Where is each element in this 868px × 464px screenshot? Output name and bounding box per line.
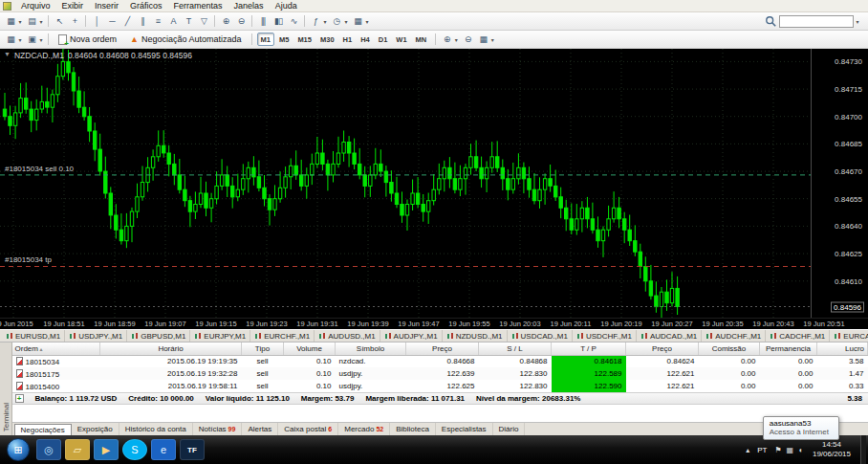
new-chart-dropdown[interactable]: ▾ xyxy=(16,33,24,47)
terminal-tab-biblioteca[interactable]: Biblioteca xyxy=(390,423,436,435)
internet-explorer-icon[interactable]: e xyxy=(151,439,176,460)
col-ordem[interactable]: Ordem ▴ xyxy=(12,342,100,355)
timeframe-h4[interactable]: H4 xyxy=(357,33,374,46)
zoom-in-dropdown[interactable]: ▾ xyxy=(452,33,460,47)
menu-ferramentas[interactable]: Ferramentas xyxy=(168,0,228,12)
indicators-dropdown[interactable]: ▾ xyxy=(321,14,329,29)
language-indicator[interactable]: PT xyxy=(755,446,769,454)
terminal-side-strip[interactable]: Terminal xyxy=(0,342,12,435)
new-order-button[interactable]: Nova ordem xyxy=(52,32,123,47)
zoom-out-icon[interactable]: ⊖ xyxy=(233,14,249,29)
shapes-icon[interactable]: ▽ xyxy=(196,14,211,29)
terminal-tab-histo-rico-da-conta[interactable]: Histórico da conta xyxy=(119,423,193,435)
order-row[interactable]: 180154002015.06.19 19:58:11sell0.10usdjp… xyxy=(12,380,868,392)
terminal-tab-caixa-postal[interactable]: Caixa postal6 xyxy=(278,423,338,435)
menu-exibir[interactable]: Exibir xyxy=(56,0,90,12)
menu-ajuda[interactable]: Ajuda xyxy=(270,0,303,12)
menu-arquivo[interactable]: Arquivo xyxy=(15,0,56,12)
show-desktop-button[interactable] xyxy=(860,435,866,464)
explorer-folder-icon[interactable]: ▱ xyxy=(65,439,90,460)
autotrading-button[interactable]: ▲ Negociação Automatizada xyxy=(123,32,249,47)
skype-icon[interactable]: S xyxy=(122,439,147,460)
media-player-icon[interactable]: ▶ xyxy=(94,439,119,460)
profiles-dropdown[interactable]: ▾ xyxy=(37,14,45,29)
chart-tab-eurjpy-m1[interactable]: EURJPY,M1 xyxy=(190,330,250,342)
tf-app-icon[interactable]: TF xyxy=(180,439,205,460)
terminal-tab-noti-cias[interactable]: Notícias99 xyxy=(193,423,243,435)
chart-tab-eurchf-m1[interactable]: EURCHF.,M1 xyxy=(250,330,315,342)
timeframe-m1[interactable]: M1 xyxy=(257,33,274,46)
menu-gra-ficos[interactable]: Gráficos xyxy=(124,0,168,12)
col-simbolo[interactable]: Símbolo xyxy=(336,342,406,355)
col-preco-atual[interactable]: Preço xyxy=(626,342,699,355)
time-axis[interactable]: 19 Jun 201519 Jun 18:5119 Jun 18:5919 Ju… xyxy=(0,318,868,329)
trendline-icon[interactable]: ╱ xyxy=(119,14,135,29)
terminal-tab-alertas[interactable]: Alertas xyxy=(242,423,278,435)
chart-tab-audcad-m1[interactable]: AUDCAD.,M1 xyxy=(637,330,702,342)
order-row[interactable]: 180150342015.06.19 19:19:35sell0.10nzdca… xyxy=(12,355,868,367)
fibonacci-icon[interactable]: ≡ xyxy=(150,14,165,29)
label-icon[interactable]: T xyxy=(181,14,196,29)
hidden-icons-button[interactable]: ▴ xyxy=(746,446,749,454)
chart-tab-usdcad-m1[interactable]: USDCAD.,M1 xyxy=(508,330,573,342)
bar-chart-icon[interactable]: ||| xyxy=(255,14,271,29)
templates-dropdown[interactable]: ▾ xyxy=(363,14,371,29)
col-tp[interactable]: T / P xyxy=(552,342,626,355)
terminal-tab-mercado[interactable]: Mercado52 xyxy=(338,423,390,435)
chart-tab-usdjpy-m1[interactable]: USDJPY.,M1 xyxy=(65,330,127,342)
col-preco[interactable]: Preço xyxy=(406,342,479,355)
crosshair-icon[interactable]: + xyxy=(67,14,82,29)
expand-icon[interactable]: + xyxy=(15,394,24,403)
timeframe-d1[interactable]: D1 xyxy=(375,33,392,46)
col-tipo[interactable]: Tipo xyxy=(242,342,284,355)
search-input[interactable] xyxy=(779,15,854,28)
chart-tab-audjpy-m1[interactable]: AUDJPY.,M1 xyxy=(380,330,443,342)
channel-icon[interactable]: ∥ xyxy=(135,14,150,29)
network-icon[interactable]: ▦ xyxy=(787,446,794,454)
timeframe-h1[interactable]: H1 xyxy=(339,33,357,46)
col-comissao[interactable]: Comissão xyxy=(699,342,760,355)
zoom-out-icon[interactable]: ⊖ xyxy=(460,33,475,47)
timeframe-m30[interactable]: M30 xyxy=(316,33,338,46)
col-sl[interactable]: S / L xyxy=(479,342,552,355)
vertical-line-icon[interactable]: │ xyxy=(89,14,104,29)
timeframe-m5[interactable]: M5 xyxy=(275,33,293,46)
menu-janelas[interactable]: Janelas xyxy=(228,0,270,12)
chart-tab-eurcad-m1[interactable]: EURCAD.,M1 xyxy=(830,330,868,342)
chart-plot[interactable]: ▼ NZDCAD.,M1 0.84604 0.84608 0.84595 0.8… xyxy=(0,49,811,318)
chart-tab-audusd-m1[interactable]: AUDUSD.,M1 xyxy=(315,330,380,342)
price-axis[interactable]: 0.847300.847150.847000.846850.846700.846… xyxy=(811,49,868,318)
timeframe-m15[interactable]: M15 xyxy=(293,33,315,46)
terminal-tab-dia-rio[interactable]: Diário xyxy=(493,423,526,435)
chart-tab-audchf-m1[interactable]: AUDCHF.,M1 xyxy=(702,330,766,342)
col-horario[interactable]: Horário xyxy=(100,342,242,355)
chart-tab-usdchf-m1[interactable]: USDCHF.,M1 xyxy=(573,330,637,342)
chart-collapse-icon[interactable]: ▼ xyxy=(4,51,11,60)
menu-inserir[interactable]: Inserir xyxy=(89,0,124,12)
col-permanencia[interactable]: Permanencia xyxy=(760,342,817,355)
order-row[interactable]: 180151752015.06.19 19:32:28sell0.10usdjp… xyxy=(12,367,868,380)
terminal-tab-exposic-a-o[interactable]: Exposição xyxy=(72,423,119,435)
candlestick-chart-icon[interactable]: ▮▯ xyxy=(271,14,286,29)
line-chart-icon[interactable]: ∿ xyxy=(286,14,301,29)
terminal-tab-negociac-o-es[interactable]: Negociações xyxy=(14,424,72,436)
new-chart-dropdown[interactable]: ▾ xyxy=(16,14,24,29)
zoom-in-icon[interactable]: ⊕ xyxy=(218,14,233,29)
search-dropdown[interactable]: ▾ xyxy=(854,14,861,29)
col-volume[interactable]: Volume xyxy=(284,342,336,355)
taskbar-clock[interactable]: 14:54 19/06/2015 xyxy=(809,440,855,459)
periods-dropdown[interactable]: ▾ xyxy=(342,14,350,29)
app-window-icon[interactable]: ◎ xyxy=(36,439,61,460)
start-button[interactable]: ⊞ xyxy=(7,438,30,461)
window-arrange-dropdown[interactable]: ▾ xyxy=(37,33,45,47)
chart-tab-cadchf-m1[interactable]: CADCHF.,M1 xyxy=(766,330,830,342)
chart-tab-nzdusd-m1[interactable]: NZDUSD.,M1 xyxy=(443,330,508,342)
horizontal-line-icon[interactable]: ─ xyxy=(104,14,119,29)
timeframe-mn[interactable]: MN xyxy=(412,33,431,46)
col-lucro[interactable]: Lucro xyxy=(817,342,868,355)
templates-dropdown[interactable]: ▾ xyxy=(488,33,496,47)
timeframe-w1[interactable]: W1 xyxy=(392,33,410,46)
cursor-icon[interactable]: ↖ xyxy=(52,14,67,29)
chart-tab-eurusd-m1[interactable]: EURUSD,M1 xyxy=(2,330,65,342)
volume-icon[interactable]: ◖ xyxy=(798,446,803,454)
